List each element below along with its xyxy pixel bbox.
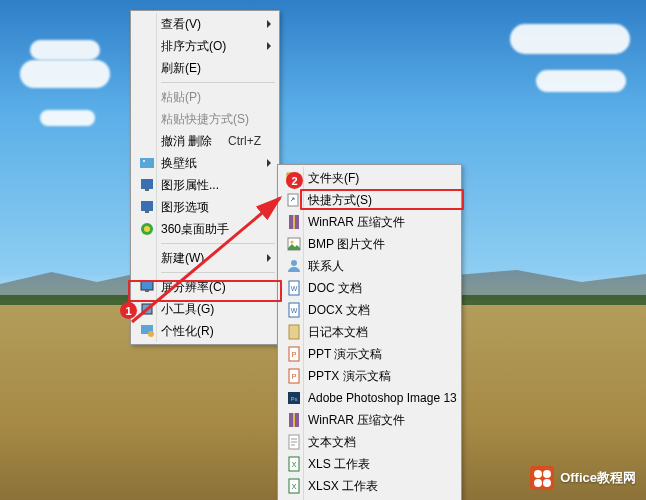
menu1-item[interactable]: 排序方式(O): [133, 35, 277, 57]
svg-text:X: X: [292, 483, 297, 490]
menu1-item[interactable]: 查看(V): [133, 13, 277, 35]
360-icon: [139, 221, 155, 237]
wallpaper-icon: [139, 155, 155, 171]
menu2-item[interactable]: 文本文档: [280, 431, 459, 453]
menu2-item[interactable]: 日记本文档: [280, 321, 459, 343]
menu-item-label: PPTX 演示文稿: [308, 368, 391, 385]
menu-separator: [161, 82, 275, 83]
menu2-item[interactable]: 联系人: [280, 255, 459, 277]
svg-rect-23: [289, 325, 299, 339]
menu-item-label: 图形选项: [161, 199, 209, 216]
contact-icon: [286, 258, 302, 274]
menu2-item[interactable]: PPPTX 演示文稿: [280, 365, 459, 387]
submenu-arrow-icon: [267, 20, 271, 28]
submenu-arrow-icon: [267, 203, 271, 211]
menu1-item[interactable]: 屏分辨率(C): [133, 276, 277, 298]
svg-text:W: W: [291, 307, 298, 314]
menu1-item[interactable]: 个性化(R): [133, 320, 277, 342]
xls-icon: X: [286, 456, 302, 472]
submenu-arrow-icon: [267, 42, 271, 50]
menu1-item[interactable]: 360桌面助手: [133, 218, 277, 240]
svg-rect-3: [145, 189, 149, 191]
svg-point-18: [291, 260, 297, 266]
rar-icon: [286, 214, 302, 230]
menu1-item: 粘贴(P): [133, 86, 277, 108]
svg-text:W: W: [291, 285, 298, 292]
gfx-opts-icon: [139, 199, 155, 215]
annotation-badge-1: 1: [120, 302, 137, 319]
cloud: [20, 60, 110, 88]
svg-point-7: [144, 226, 150, 232]
menu-item-label: WinRAR 压缩文件: [308, 412, 405, 429]
menu2-item[interactable]: PPPT 演示文稿: [280, 343, 459, 365]
menu-item-label: DOCX 文档: [308, 302, 370, 319]
psd-icon: Ps: [286, 390, 302, 406]
menu2-item[interactable]: WDOCX 文档: [280, 299, 459, 321]
menu1-item[interactable]: 撤消 删除Ctrl+Z: [133, 130, 277, 152]
menu1-item[interactable]: 新建(W): [133, 247, 277, 269]
menu1-item[interactable]: 图形选项: [133, 196, 277, 218]
menu1-item[interactable]: 图形属性...: [133, 174, 277, 196]
shortcut-icon: [286, 192, 302, 208]
menu-item-label: 刷新(E): [161, 60, 201, 77]
menu2-item[interactable]: WDOC 文档: [280, 277, 459, 299]
menu2-item[interactable]: XXLSX 工作表: [280, 475, 459, 497]
menu2-item[interactable]: WinRAR 压缩文件: [280, 211, 459, 233]
menu2-item[interactable]: WinRAR 压缩文件: [280, 409, 459, 431]
menu-item-label: 换壁纸: [161, 155, 197, 172]
ppt-icon: P: [286, 346, 302, 362]
svg-rect-0: [140, 158, 154, 168]
bmp-icon: [286, 236, 302, 252]
menu2-item[interactable]: BMP 图片文件: [280, 233, 459, 255]
menu2-item[interactable]: 文件夹(F): [280, 167, 459, 189]
svg-rect-13: [288, 194, 298, 206]
menu-item-label: 日记本文档: [308, 324, 368, 341]
pptx-icon: P: [286, 368, 302, 384]
svg-text:X: X: [292, 461, 297, 468]
rar-icon: [286, 412, 302, 428]
svg-rect-9: [145, 290, 149, 292]
xlsx-icon: X: [286, 478, 302, 494]
gfx-props-icon: [139, 177, 155, 193]
office-logo-icon: [530, 466, 554, 490]
new-submenu[interactable]: 文件夹(F)快捷方式(S)WinRAR 压缩文件BMP 图片文件联系人WDOC …: [277, 164, 462, 500]
menu-item-label: 文件夹(F): [308, 170, 359, 187]
menu-item-label: WinRAR 压缩文件: [308, 214, 405, 231]
svg-text:P: P: [292, 351, 297, 358]
svg-point-12: [148, 331, 154, 337]
svg-text:P: P: [292, 373, 297, 380]
menu-item-label: 新建(W): [161, 250, 204, 267]
svg-rect-31: [293, 413, 295, 427]
docx-icon: W: [286, 302, 302, 318]
menu-item-label: 联系人: [308, 258, 344, 275]
menu-item-label: 排序方式(O): [161, 38, 226, 55]
menu-item-label: 查看(V): [161, 16, 201, 33]
svg-point-17: [291, 241, 294, 244]
menu1-item[interactable]: 换壁纸: [133, 152, 277, 174]
menu-item-label: 图形属性...: [161, 177, 219, 194]
menu2-item[interactable]: XXLS 工作表: [280, 453, 459, 475]
svg-rect-8: [141, 281, 153, 290]
menu-item-label: DOC 文档: [308, 280, 362, 297]
watermark-text: Office教程网: [560, 469, 636, 487]
svg-text:Ps: Ps: [290, 396, 297, 402]
menu1-item[interactable]: 小工具(G): [133, 298, 277, 320]
menu-item-label: 粘贴(P): [161, 89, 201, 106]
menu2-item[interactable]: PsAdobe Photoshop Image 13: [280, 387, 459, 409]
desktop-context-menu[interactable]: 查看(V)排序方式(O)刷新(E)粘贴(P)粘贴快捷方式(S)撤消 删除Ctrl…: [130, 10, 280, 345]
menu-item-label: 撤消 删除: [161, 133, 212, 150]
menu-item-label: 粘贴快捷方式(S): [161, 111, 249, 128]
menu-shortcut: Ctrl+Z: [228, 134, 261, 148]
menu1-item[interactable]: 刷新(E): [133, 57, 277, 79]
personalize-icon: [139, 323, 155, 339]
menu-item-label: 360桌面助手: [161, 221, 229, 238]
cloud: [536, 70, 626, 92]
menu-item-label: 小工具(G): [161, 301, 214, 318]
doc-icon: W: [286, 280, 302, 296]
menu-item-label: 快捷方式(S): [308, 192, 372, 209]
cloud: [30, 40, 100, 60]
annotation-badge-2: 2: [286, 172, 303, 189]
menu-item-label: 个性化(R): [161, 323, 214, 340]
svg-point-1: [143, 160, 145, 162]
menu2-item[interactable]: 快捷方式(S): [280, 189, 459, 211]
